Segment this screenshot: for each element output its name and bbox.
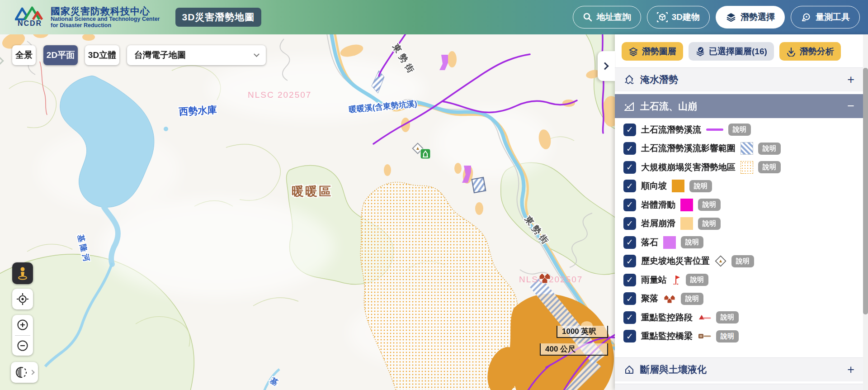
help-button[interactable]: 說明 bbox=[758, 161, 781, 173]
dots-swatch bbox=[741, 161, 753, 174]
locate-icon bbox=[16, 293, 29, 305]
district-label: 暖暖區 bbox=[292, 185, 332, 198]
view-3d-button[interactable]: 3D立體 bbox=[85, 45, 119, 65]
layer-checkbox[interactable] bbox=[623, 199, 636, 211]
search-icon bbox=[583, 12, 593, 22]
section-fault-liquefaction[interactable]: 斷層與土壤液化 + bbox=[615, 357, 863, 381]
layer-row-dip-slope: 順向坡 說明 bbox=[623, 177, 859, 196]
layer-label: 岩屑崩滑 bbox=[641, 218, 675, 229]
locate-me-button[interactable] bbox=[12, 289, 33, 309]
plus-icon bbox=[16, 319, 29, 331]
tab-label: 潛勢圖層 bbox=[642, 46, 676, 57]
org-text: 國家災害防救科技中心 National Science and Technolo… bbox=[51, 6, 160, 29]
layer-checkbox[interactable] bbox=[623, 236, 636, 249]
sidebar-scrollbar-track[interactable] bbox=[863, 34, 868, 390]
layer-label: 重點監控路段 bbox=[641, 312, 693, 323]
help-button[interactable]: 說明 bbox=[728, 124, 751, 136]
help-button[interactable]: 說明 bbox=[686, 274, 708, 286]
expand-icon[interactable]: + bbox=[847, 364, 854, 376]
collapse-icon[interactable]: − bbox=[847, 100, 854, 112]
layer-row-rock-slide: 岩體滑動 說明 bbox=[623, 195, 859, 214]
layers-icon bbox=[628, 47, 638, 57]
layers-check-icon bbox=[695, 47, 705, 57]
layers-icon bbox=[726, 12, 736, 23]
tab-label: 已選擇圖層(16) bbox=[709, 46, 767, 57]
expand-icon[interactable]: + bbox=[847, 74, 854, 86]
layer-row-rockfall: 落石 說明 bbox=[623, 233, 859, 252]
layer-row-influence-range: 土石流潛勢溪流影響範圍 說明 bbox=[623, 139, 859, 158]
nlsc-watermark-2: NLSC 202507 bbox=[519, 275, 583, 284]
layer-checkbox[interactable] bbox=[623, 255, 636, 267]
layer-checkbox[interactable] bbox=[623, 161, 636, 174]
layer-checkbox[interactable] bbox=[623, 142, 636, 155]
tab-label: 潛勢分析 bbox=[800, 46, 834, 57]
layer-checkbox[interactable] bbox=[623, 217, 636, 230]
org-name-en-2: for Disaster Reduction bbox=[51, 23, 160, 29]
historic-site-icon bbox=[715, 255, 726, 267]
layer-checkbox[interactable] bbox=[623, 311, 636, 324]
zoom-out-button[interactable] bbox=[12, 335, 33, 356]
globe-icon bbox=[15, 366, 28, 379]
layer-row-monitored-bridges: 重點監控橋梁 說明 bbox=[623, 327, 859, 346]
layer-row-rain-stations: 雨量站 說明 bbox=[623, 271, 859, 290]
tab-selected-layers[interactable]: 已選擇圖層(16) bbox=[689, 42, 774, 61]
basemap-select[interactable]: 台灣電子地圖 bbox=[127, 45, 266, 65]
map-viewport[interactable]: NLSC 202507 NLSC 202507 西勢水庫 暖暖區 暖暖溪(含東勢… bbox=[0, 34, 615, 390]
tab-potential-layers[interactable]: 潛勢圖層 bbox=[622, 42, 683, 61]
help-button[interactable]: 說明 bbox=[681, 293, 703, 305]
layer-row-monitored-roads: 重點監控路段 說明 bbox=[623, 308, 859, 327]
ncdr-logo: NCDR 國家災害防救科技中心 National Science and Tec… bbox=[14, 6, 160, 29]
org-name-zh: 國家災害防救科技中心 bbox=[51, 6, 160, 16]
poi-pavilion-icon bbox=[420, 149, 430, 159]
3d-buildings-button[interactable]: 3D建物 bbox=[647, 6, 710, 29]
light-orange-swatch bbox=[680, 217, 693, 230]
address-search-button[interactable]: 地址查詢 bbox=[573, 6, 641, 29]
mountain-logo-icon bbox=[15, 6, 45, 20]
app-title-badge: 3D災害潛勢地圖 bbox=[175, 8, 262, 27]
layer-label: 雨量站 bbox=[641, 274, 667, 286]
help-button[interactable]: 說明 bbox=[681, 236, 703, 248]
nav-label: 潛勢選擇 bbox=[741, 11, 775, 23]
globe-basemap-button[interactable] bbox=[11, 362, 38, 383]
help-button[interactable]: 說明 bbox=[758, 143, 781, 155]
sidebar-collapse-tab[interactable] bbox=[598, 51, 615, 81]
potential-select-button[interactable]: 潛勢選擇 bbox=[716, 6, 785, 29]
sidebar-scrollbar-thumb[interactable] bbox=[863, 68, 868, 314]
road-monitor-icon bbox=[698, 313, 711, 322]
view-pano-button[interactable]: 全景 bbox=[12, 45, 36, 65]
help-button[interactable]: 說明 bbox=[698, 218, 721, 230]
app-root: NCDR 國家災害防救科技中心 National Science and Tec… bbox=[0, 0, 868, 390]
org-name-en-1: National Science and Technology Center bbox=[51, 16, 160, 23]
map-canvas[interactable]: NLSC 202507 NLSC 202507 西勢水庫 暖暖區 暖暖溪(含東勢… bbox=[0, 34, 615, 390]
pegman-icon bbox=[16, 266, 29, 281]
help-button[interactable]: 說明 bbox=[698, 199, 721, 211]
chevron-right-icon bbox=[29, 370, 34, 375]
layer-checkbox[interactable] bbox=[623, 180, 636, 192]
map-view-toolbar: 全景 2D平面 3D立體 台灣電子地圖 bbox=[0, 45, 615, 65]
layer-row-large-landslide: 大規模崩塌災害潛勢地區 說明 bbox=[623, 158, 859, 177]
section-debris-flow-landslide[interactable]: 土石流、山崩 − bbox=[615, 94, 863, 118]
scalebar-metric: 400 公尺 bbox=[540, 343, 608, 356]
hatch-swatch bbox=[741, 142, 753, 155]
tab-potential-analysis[interactable]: 潛勢分析 bbox=[779, 42, 841, 61]
layer-label: 落石 bbox=[641, 237, 658, 248]
help-button[interactable]: 說明 bbox=[689, 180, 712, 192]
zoom-in-button[interactable] bbox=[12, 315, 33, 335]
section-flood-potential[interactable]: 淹水潛勢 + bbox=[615, 67, 863, 91]
layer-checkbox[interactable] bbox=[623, 292, 636, 305]
help-button[interactable]: 說明 bbox=[716, 330, 739, 342]
street-view-pegman-button[interactable] bbox=[12, 262, 33, 284]
reservoir-label: 西勢水庫 bbox=[178, 105, 217, 117]
layer-checkbox[interactable] bbox=[623, 274, 636, 286]
layer-sidebar: 潛勢圖層 已選擇圖層(16) 潛勢分析 bbox=[615, 34, 868, 390]
logo-acronym: NCDR bbox=[18, 19, 42, 28]
nav-label: 地址查詢 bbox=[597, 11, 631, 23]
help-button[interactable]: 說明 bbox=[716, 311, 739, 323]
view-2d-button[interactable]: 2D平面 bbox=[43, 45, 78, 65]
header-nav: 地址查詢 3D建物 潛勢選擇 bbox=[573, 6, 860, 29]
scalebar-imperial: 1000 英呎 bbox=[557, 326, 608, 338]
help-button[interactable]: 說明 bbox=[731, 255, 754, 267]
layer-checkbox[interactable] bbox=[623, 124, 636, 136]
measure-tools-button[interactable]: 量測工具 bbox=[791, 6, 860, 29]
layer-checkbox[interactable] bbox=[623, 330, 636, 342]
